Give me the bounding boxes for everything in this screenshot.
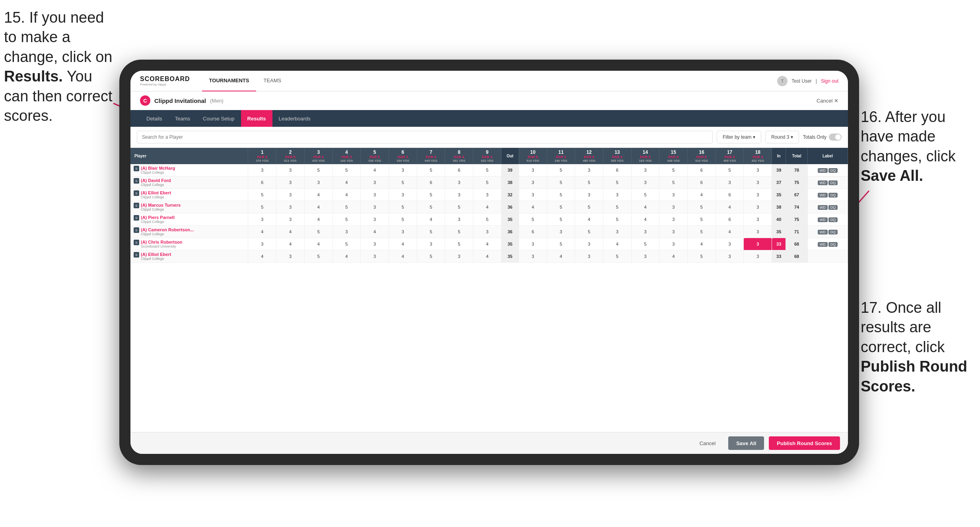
score-h2[interactable]: 3 [276, 250, 305, 263]
dq-button[interactable]: DQ [828, 242, 838, 247]
score-h3[interactable]: 4 [304, 189, 332, 201]
score-h6[interactable]: 3 [389, 226, 417, 238]
cancel-tournament-btn[interactable]: Cancel ✕ [817, 98, 838, 104]
score-h11[interactable]: 5 [547, 189, 575, 201]
score-h12[interactable]: 5 [575, 176, 603, 189]
score-h15[interactable]: 4 [659, 250, 688, 263]
sign-out-link[interactable]: Sign out [821, 78, 838, 84]
filter-team-button[interactable]: Filter by team ▾ [717, 131, 761, 143]
tab-results[interactable]: Results [241, 110, 272, 127]
score-h18[interactable]: 3 [744, 250, 772, 263]
score-h14[interactable]: 5 [631, 238, 659, 250]
save-all-button[interactable]: Save All [728, 436, 764, 450]
wd-button[interactable]: WD [818, 217, 828, 222]
score-h1[interactable]: 4 [248, 226, 276, 238]
score-h3[interactable]: 3 [304, 176, 332, 189]
wd-button[interactable]: WD [818, 180, 828, 185]
score-h10[interactable]: 3 [519, 250, 547, 263]
score-h10[interactable]: 4 [519, 201, 547, 213]
score-h9[interactable]: 4 [473, 201, 502, 213]
score-h13[interactable]: 3 [603, 226, 631, 238]
tab-course-setup[interactable]: Course Setup [196, 110, 241, 127]
score-h12[interactable]: 3 [575, 189, 603, 201]
score-h6[interactable]: 5 [389, 201, 417, 213]
score-h8[interactable]: 5 [445, 201, 473, 213]
score-h11[interactable]: 5 [547, 164, 575, 176]
score-h3[interactable]: 4 [304, 201, 332, 213]
score-h16[interactable]: 5 [688, 201, 716, 213]
score-h17[interactable]: 3 [716, 238, 744, 250]
score-h10[interactable]: 3 [519, 164, 547, 176]
score-h12[interactable]: 4 [575, 213, 603, 226]
score-h9[interactable]: 5 [473, 176, 502, 189]
score-h14[interactable]: 3 [631, 176, 659, 189]
score-h2[interactable]: 3 [276, 201, 305, 213]
score-h17[interactable]: 3 [716, 250, 744, 263]
score-h4[interactable]: 5 [332, 201, 361, 213]
score-h14[interactable]: 4 [631, 201, 659, 213]
score-h13[interactable]: 5 [603, 213, 631, 226]
score-h8[interactable]: 3 [445, 213, 473, 226]
score-h8[interactable]: 3 [445, 176, 473, 189]
score-h10[interactable]: 5 [519, 213, 547, 226]
dq-button[interactable]: DQ [828, 205, 838, 210]
score-h9[interactable]: 3 [473, 189, 502, 201]
score-h17[interactable]: 6 [716, 213, 744, 226]
score-h4[interactable]: 5 [332, 164, 361, 176]
score-h17[interactable]: 4 [716, 201, 744, 213]
score-h16[interactable]: 5 [688, 226, 716, 238]
totals-switch[interactable] [829, 134, 842, 141]
score-h10[interactable]: 3 [519, 189, 547, 201]
score-h6[interactable]: 4 [389, 238, 417, 250]
score-h11[interactable]: 4 [547, 250, 575, 263]
score-h15[interactable]: 3 [659, 226, 688, 238]
score-h2[interactable]: 3 [276, 213, 305, 226]
score-h16[interactable]: 5 [688, 213, 716, 226]
round-selector[interactable]: Round 3 ▾ [765, 131, 799, 143]
score-h18[interactable]: 3 [744, 226, 772, 238]
score-h17[interactable]: 5 [716, 164, 744, 176]
score-h11[interactable]: 5 [547, 213, 575, 226]
score-h4[interactable]: 4 [332, 189, 361, 201]
score-h12[interactable]: 3 [575, 238, 603, 250]
score-h7[interactable]: 3 [417, 238, 445, 250]
score-h7[interactable]: 5 [417, 164, 445, 176]
score-h5[interactable]: 4 [361, 226, 389, 238]
nav-link-teams[interactable]: TEAMS [256, 71, 288, 91]
score-h13[interactable]: 5 [603, 250, 631, 263]
dq-button[interactable]: DQ [828, 168, 838, 173]
search-input[interactable] [137, 131, 713, 143]
score-h11[interactable]: 5 [547, 201, 575, 213]
wd-button[interactable]: WD [818, 168, 828, 173]
dq-button[interactable]: DQ [828, 180, 838, 185]
score-h15[interactable]: 5 [659, 176, 688, 189]
score-h18[interactable]: 3 [744, 213, 772, 226]
score-h4[interactable]: 4 [332, 250, 361, 263]
score-h14[interactable]: 4 [631, 213, 659, 226]
score-h18[interactable]: 3 [744, 176, 772, 189]
score-h18[interactable]: 3 [744, 189, 772, 201]
score-h5[interactable]: 3 [361, 176, 389, 189]
wd-button[interactable]: WD [818, 193, 828, 198]
score-h1[interactable]: 5 [248, 201, 276, 213]
score-h10[interactable]: 3 [519, 238, 547, 250]
score-h15[interactable]: 3 [659, 238, 688, 250]
wd-button[interactable]: WD [818, 205, 828, 210]
score-h5[interactable]: 4 [361, 164, 389, 176]
score-h7[interactable]: 4 [417, 213, 445, 226]
score-h16[interactable]: 5 [688, 250, 716, 263]
score-h6[interactable]: 3 [389, 189, 417, 201]
score-h18[interactable]: 3 [744, 238, 772, 250]
score-h2[interactable]: 4 [276, 226, 305, 238]
dq-button[interactable]: DQ [828, 193, 838, 198]
score-h11[interactable]: 5 [547, 238, 575, 250]
score-h4[interactable]: 5 [332, 238, 361, 250]
score-h13[interactable]: 3 [603, 189, 631, 201]
score-h1[interactable]: 3 [248, 213, 276, 226]
score-h6[interactable]: 5 [389, 213, 417, 226]
score-h15[interactable]: 3 [659, 189, 688, 201]
wd-button[interactable]: WD [818, 242, 828, 247]
score-h9[interactable]: 5 [473, 213, 502, 226]
score-h7[interactable]: 5 [417, 201, 445, 213]
tab-leaderboards[interactable]: Leaderboards [272, 110, 317, 127]
